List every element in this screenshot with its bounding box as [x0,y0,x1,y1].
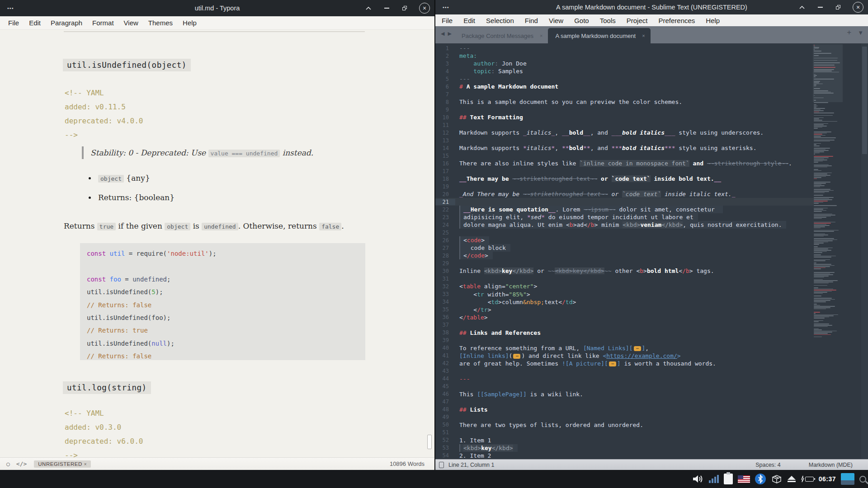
blockquote-stability[interactable]: Stability: 0 - Deprecated: Use value ===… [82,146,313,159]
editor-line-42[interactable]: 42are of great help. Sometimes ![A pictu… [435,360,814,367]
menu-item-selection[interactable]: Selection [486,17,514,24]
network-signal-icon[interactable] [709,475,719,483]
code-line[interactable]: const util = require('node:util'); [87,247,365,260]
yaml-comment-block[interactable]: <!-- YAMLadded: v0.3.0deprecated: v6.0.0… [65,406,143,457]
line-content[interactable]: adipisicing elit, *sed* do eiusmod tempo… [459,213,698,221]
code-line[interactable] [87,260,365,272]
code-line[interactable]: util.isUndefined(foo); [87,311,365,324]
editor-line-26[interactable]: 26<code> [435,236,814,244]
line-content[interactable]: author: Jon Doe [459,60,527,67]
editor-line-40[interactable]: 40To reference something from a URL, [Na… [435,344,814,352]
line-content[interactable]: dolore magna aliqua. Ut enim <b>ad</b> m… [459,221,786,229]
editor-line-30[interactable]: 30Inline <kbd>key</kbd> or ~~<kbd>key</k… [435,267,814,275]
new-tab-icon[interactable]: + [847,28,851,37]
volume-icon[interactable] [692,474,704,484]
editor-line-5[interactable]: 5--- [435,75,814,83]
line-content[interactable]: This is a sample document so you can pre… [459,98,682,106]
code-line[interactable]: // Returns: false [87,350,365,362]
line-content[interactable]: meta: [459,52,477,60]
line-content[interactable]: 2. Item 2 [459,452,491,459]
tab-close-icon[interactable]: × [540,33,542,38]
editor-line-23[interactable]: 23adipisicing elit, *sed* do eiusmod tem… [435,213,814,221]
tab-close-icon[interactable]: × [642,33,645,38]
editor-line-48[interactable]: 48## Lists [435,406,814,413]
editor-line-21[interactable]: 21 [435,198,814,206]
list-item-returns[interactable]: Returns: {boolean} [89,193,175,202]
editor-line-17[interactable]: 17 [435,167,814,175]
editor-line-31[interactable]: 31 [435,275,814,282]
line-content[interactable]: ## Links and References [459,329,541,337]
editor-line-52[interactable]: 521. Item 1 [435,436,814,444]
bluetooth-icon[interactable] [755,474,766,484]
doc-heading-log[interactable]: util.log(string) [63,381,151,394]
code-line[interactable]: util.isUndefined(null); [87,337,365,350]
line-content[interactable]: <code> [459,236,489,244]
code-block[interactable]: const util = require('node:util'); const… [80,243,365,360]
line-content[interactable]: __Here is some quotation__. Lorem ~~ipsu… [459,206,723,213]
line-content[interactable]: [Inline links](⋯) and direct link like <… [459,352,681,360]
line-content[interactable]: <tr width="85%"> [459,291,530,298]
paragraph-returns[interactable]: Returns true if the given object is unde… [64,221,344,230]
menu-item-find[interactable]: Find [525,17,538,24]
collapse-icon[interactable] [365,5,372,12]
eject-icon[interactable] [788,476,796,482]
menu-item-view[interactable]: View [549,17,563,24]
line-content[interactable]: <td>column&nbsp;text</td> [459,298,576,306]
editor-line-16[interactable]: 16There are also inline styles like `inl… [435,160,814,167]
source-code-icon[interactable]: </> [16,460,27,467]
menu-item-edit[interactable]: Edit [29,19,41,27]
menu-item-paragraph[interactable]: Paragraph [51,19,82,27]
editor-line-34[interactable]: 34 <td>column&nbsp;text</td> [435,298,814,306]
editor-line-6[interactable]: 6# A sample Markdown document [435,83,814,90]
menu-item-help[interactable]: Help [706,17,720,24]
typora-scrollbar-thumb[interactable] [427,435,432,449]
editor-line-24[interactable]: 24dolore magna aliqua. Ut enim <b>ad</b>… [435,221,814,229]
line-content[interactable]: There are two types of lists, ordered an… [459,421,643,429]
editor-area[interactable]: 1---2meta:3 author: Jon Doe4 topic: Samp… [435,43,868,459]
line-content[interactable]: </table> [459,314,488,321]
editor-line-22[interactable]: 22__Here is some quotation__. Lorem ~~ip… [435,206,814,213]
editor-line-37[interactable]: 37 [435,321,814,329]
editor-line-53[interactable]: 53<kbd>key</kbd> [435,444,814,452]
syntax-setting[interactable]: Markdown (MDE) [809,462,853,468]
minimap[interactable] [814,43,842,459]
typora-document[interactable]: util.isUndefined(object) <!-- YAMLadded:… [0,30,434,457]
editor-line-20[interactable]: 20_And There may be ~~strikethroughed te… [435,190,814,198]
search-icon[interactable] [859,476,866,483]
editor-line-14[interactable]: 14Markdown supports *italics*, **bold**,… [435,144,814,152]
line-content[interactable]: Inline <kbd>key</kbd> or ~~<kbd>key</kbd… [459,267,714,275]
clipboard-icon[interactable] [724,474,733,484]
outline-circle-icon[interactable]: ○ [6,460,10,467]
code-line[interactable]: // Returns: false [87,299,365,311]
line-content[interactable]: There are also inline styles like `inlin… [459,160,792,167]
editor-line-36[interactable]: 36</table> [435,314,814,321]
editor-line-41[interactable]: 41[Inline links](⋯) and direct link like… [435,352,814,360]
typora-titlebar[interactable]: ••• util.md - Typora × [0,0,434,16]
yaml-comment-block[interactable]: <!-- YAMLadded: v0.11.5deprecated: v4.0.… [65,86,143,142]
editor-line-27[interactable]: 27 code block [435,244,814,252]
minimap-viewport[interactable] [813,44,843,102]
line-content[interactable]: Markdown supports *italics*, **bold**, a… [459,144,757,152]
editor-line-44[interactable]: 44--- [435,375,814,383]
line-content[interactable]: <table align="center"> [459,282,537,290]
editor-line-43[interactable]: 43 [435,367,814,375]
vintage-mode-icon[interactable] [439,462,444,468]
editor-line-10[interactable]: 10## Text Formatting [435,113,814,121]
editor-line-1[interactable]: 1--- [435,44,814,52]
battery-icon[interactable] [801,475,814,483]
editor-scrollbar[interactable] [861,43,868,459]
editor-line-15[interactable]: 15 [435,152,814,160]
editor-line-8[interactable]: 8This is a sample document so you can pr… [435,98,814,106]
line-content[interactable]: --- [459,375,470,383]
editor-line-35[interactable]: 35 </tr> [435,306,814,314]
line-content[interactable]: </code> [459,252,493,259]
editor-line-25[interactable]: 25 [435,229,814,236]
line-content[interactable]: __There may be ~~strikethroughed text~~ … [459,175,721,183]
package-box-icon[interactable] [771,474,783,484]
line-content[interactable]: 1. Item 1 [459,436,491,444]
line-content[interactable]: To reference something from a URL, [Name… [459,344,649,352]
collapse-icon[interactable] [798,4,806,11]
editor-line-39[interactable]: 39 [435,337,814,344]
editor-line-7[interactable]: 7 [435,90,814,98]
clock[interactable]: 06:37 [819,475,836,483]
